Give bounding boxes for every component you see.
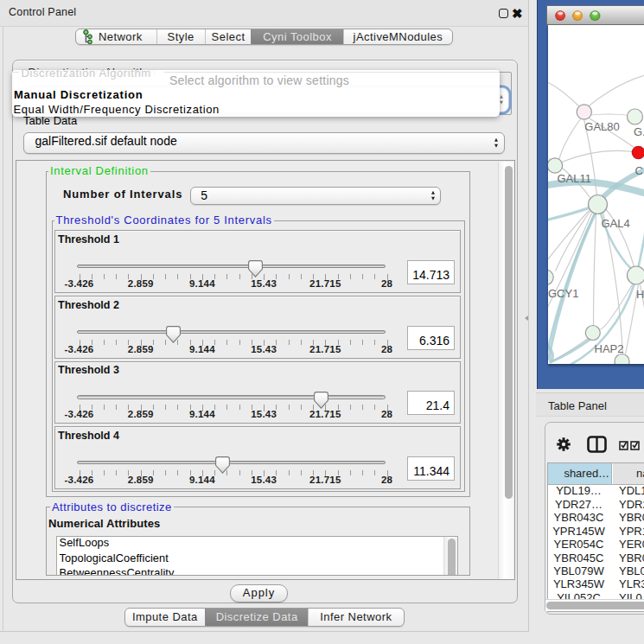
svg-text:HAP2: HAP2 [594,341,623,354]
svg-text:GCY1: GCY1 [548,287,578,300]
svg-text:C: C [634,163,642,176]
svg-text:GAL11: GAL11 [557,172,591,185]
svg-text:GAL4: GAL4 [601,217,629,230]
svg-text:G.: G. [634,124,644,137]
svg-text:GAL80: GAL80 [584,120,619,133]
svg-text:H: H [636,287,644,300]
